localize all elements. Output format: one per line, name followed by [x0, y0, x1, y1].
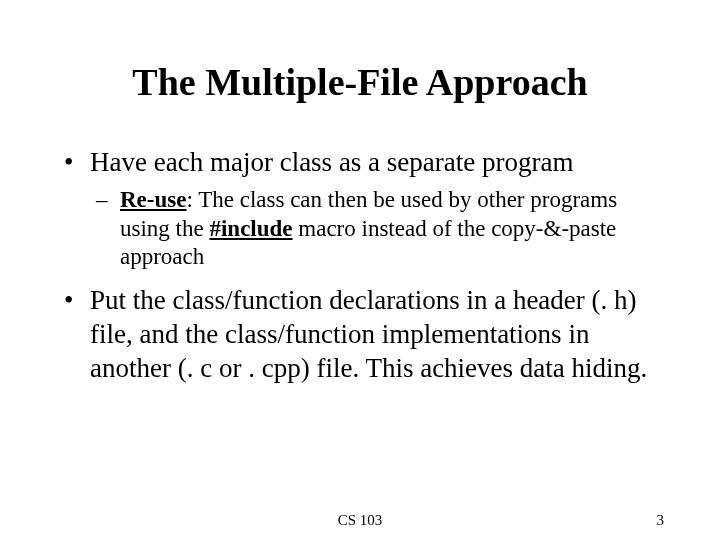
bullet-text: Put the class/function declarations in a… — [90, 285, 647, 383]
sub-lead: Re-use — [120, 187, 186, 212]
footer-course: CS 103 — [338, 512, 383, 529]
bullet-list: Have each major class as a separate prog… — [50, 146, 670, 385]
sub-item: Re-use: The class can then be used by ot… — [120, 186, 670, 272]
sub-list: Re-use: The class can then be used by ot… — [90, 186, 670, 272]
bullet-item: Put the class/function declarations in a… — [90, 284, 670, 385]
bullet-text: Have each major class as a separate prog… — [90, 147, 574, 177]
slide-title: The Multiple-File Approach — [50, 60, 670, 104]
footer-page-number: 3 — [657, 512, 665, 529]
bullet-item: Have each major class as a separate prog… — [90, 146, 670, 272]
include-macro: #include — [209, 216, 292, 241]
